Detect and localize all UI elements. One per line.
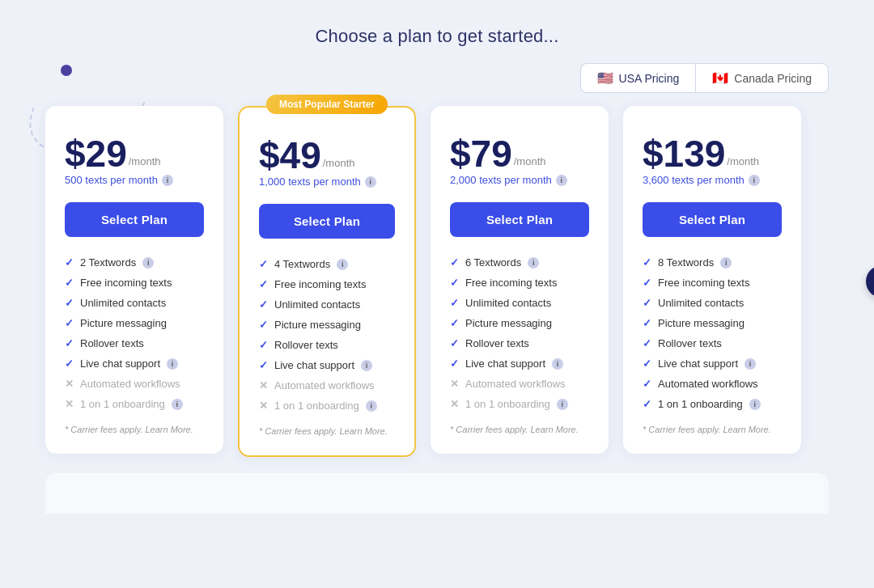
check-icon: ✓ [65, 317, 74, 329]
feature-item: ✓Live chat supporti [65, 357, 204, 370]
feature-text: Live chat support [80, 357, 160, 370]
feature-text: Rollover texts [274, 339, 338, 351]
feature-item: ✓2 Textwordsi [65, 256, 204, 269]
page-title-bar: Choose a plan to get started... [0, 0, 874, 63]
feature-text: Live chat support [274, 359, 354, 371]
feature-item: ✓Rollover texts [65, 337, 204, 349]
feature-info-icon[interactable]: i [528, 257, 539, 269]
feature-item: ✓1 on 1 onboardingi [643, 398, 782, 410]
feature-item: ✓Rollover texts [259, 339, 395, 351]
texts-info-icon[interactable]: i [749, 175, 760, 186]
texts-info-icon[interactable]: i [365, 176, 376, 188]
next-arrow-button[interactable]: › [866, 265, 874, 298]
check-icon: ✓ [450, 337, 459, 349]
feature-info-icon[interactable]: i [337, 259, 348, 270]
page-wrapper: Choose a plan to get started... 🇺🇸 USA P… [0, 0, 874, 588]
select-plan-button[interactable]: Select Plan [643, 202, 782, 237]
feature-item: ✓Free incoming texts [450, 277, 589, 289]
select-plan-button[interactable]: Select Plan [65, 202, 204, 237]
texts-info-icon[interactable]: i [556, 175, 567, 186]
carrier-note: * Carrier fees apply. Learn More. [65, 425, 204, 434]
feature-item: ✓Picture messaging [65, 317, 204, 329]
features-list: ✓4 Textwordsi✓Free incoming texts✓Unlimi… [259, 258, 395, 412]
feature-info-icon[interactable]: i [745, 358, 756, 370]
check-icon: ✓ [643, 378, 651, 390]
feature-text: Unlimited contacts [465, 297, 551, 309]
feature-item: ✓8 Textwordsi [643, 256, 782, 269]
feature-item: ✓6 Textwordsi [450, 256, 589, 269]
feature-info-icon[interactable]: i [720, 257, 732, 269]
check-icon: ✓ [65, 337, 74, 349]
feature-info-icon[interactable]: i [749, 399, 761, 410]
feature-text: Automated workflows [658, 378, 758, 390]
feature-text: Picture messaging [658, 317, 745, 329]
feature-text: 1 on 1 onboarding [465, 398, 550, 410]
texts-count: 3,600 texts per month [643, 174, 745, 186]
feature-text: 4 Textwords [274, 258, 330, 270]
plan-price: $29 /month [65, 135, 204, 172]
select-plan-button[interactable]: Select Plan [259, 204, 395, 239]
canada-flag-icon: 🇨🇦 [712, 70, 728, 86]
feature-text: Live chat support [465, 357, 545, 370]
check-icon: ✓ [643, 277, 651, 289]
usa-pricing-toggle[interactable]: 🇺🇸 USA Pricing [580, 63, 696, 93]
texts-count: 500 texts per month [65, 174, 158, 186]
check-icon: ✓ [65, 256, 74, 269]
feature-item: ✕1 on 1 onboardingi [450, 398, 589, 410]
check-icon: ✓ [259, 278, 268, 290]
feature-text: Free incoming texts [465, 277, 557, 289]
feature-item: ✓Live chat supporti [643, 357, 782, 370]
feature-info-icon[interactable]: i [557, 399, 568, 410]
feature-text: Free incoming texts [658, 277, 749, 289]
feature-text: 1 on 1 onboarding [658, 398, 743, 410]
usa-pricing-label: USA Pricing [619, 72, 680, 85]
check-icon: ✓ [643, 398, 651, 410]
check-icon: ✓ [65, 357, 74, 370]
x-icon: ✕ [259, 379, 268, 391]
canada-pricing-toggle[interactable]: 🇨🇦 Canada Pricing [695, 63, 829, 93]
usa-flag-icon: 🇺🇸 [597, 70, 613, 86]
feature-item: ✓4 Textwordsi [259, 258, 395, 270]
plan-card-plan-139: $139 /month 3,600 texts per month i Sele… [623, 106, 801, 454]
check-icon: ✓ [259, 258, 268, 270]
check-icon: ✓ [450, 297, 459, 309]
feature-text: Rollover texts [658, 337, 722, 349]
feature-item: ✓Rollover texts [450, 337, 589, 349]
texts-count: 1,000 texts per month [259, 176, 361, 188]
popular-badge: Most Popular Starter [266, 95, 388, 114]
feature-info-icon[interactable]: i [366, 400, 377, 412]
features-list: ✓6 Textwordsi✓Free incoming texts✓Unlimi… [450, 256, 589, 410]
feature-text: Rollover texts [465, 337, 529, 349]
x-icon: ✕ [65, 378, 74, 390]
feature-text: Unlimited contacts [274, 298, 360, 311]
x-icon: ✕ [259, 400, 268, 412]
feature-text: 1 on 1 onboarding [274, 400, 359, 412]
plan-price: $139 /month [643, 135, 782, 172]
check-icon: ✓ [643, 297, 651, 309]
x-icon: ✕ [65, 398, 74, 410]
feature-text: Free incoming texts [80, 277, 172, 289]
feature-info-icon[interactable]: i [167, 358, 178, 370]
check-icon: ✓ [259, 359, 268, 371]
feature-info-icon[interactable]: i [552, 358, 563, 370]
feature-info-icon[interactable]: i [361, 360, 372, 371]
features-list: ✓8 Textwordsi✓Free incoming texts✓Unlimi… [643, 256, 782, 410]
feature-item: ✓Free incoming texts [643, 277, 782, 289]
feature-text: 2 Textwords [80, 256, 136, 269]
feature-item: ✓Live chat supporti [259, 359, 395, 371]
plan-card-plan-29: $29 /month 500 texts per month i Select … [45, 106, 223, 454]
texts-info-icon[interactable]: i [162, 175, 173, 186]
check-icon: ✓ [643, 256, 651, 269]
plan-dollar-amount: $79 [450, 135, 512, 172]
feature-item: ✕Automated workflows [65, 378, 204, 390]
x-icon: ✕ [450, 398, 459, 410]
feature-text: Free incoming texts [274, 278, 366, 290]
feature-info-icon[interactable]: i [172, 399, 183, 410]
texts-count: 2,000 texts per month [450, 174, 552, 186]
carrier-note: * Carrier fees apply. Learn More. [450, 425, 589, 434]
plan-price: $49 /month [259, 137, 395, 174]
plan-period: /month [727, 155, 759, 167]
check-icon: ✓ [450, 256, 459, 269]
feature-info-icon[interactable]: i [142, 257, 154, 269]
select-plan-button[interactable]: Select Plan [450, 202, 589, 237]
